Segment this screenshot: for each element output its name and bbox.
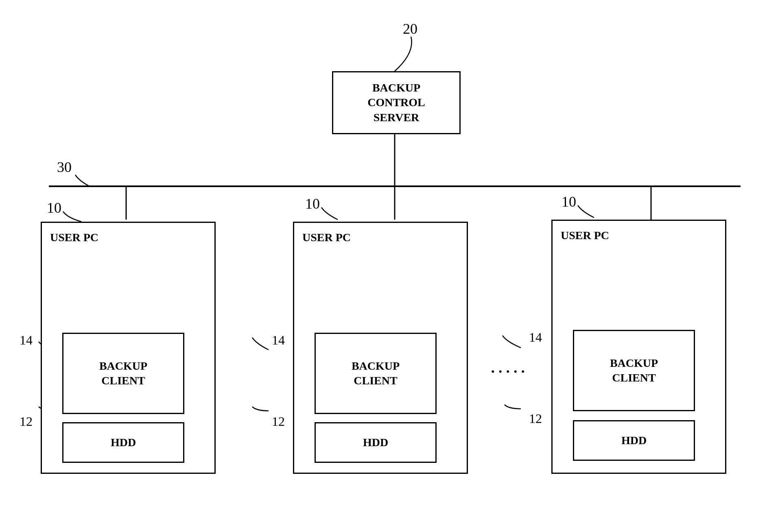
pc3-hdd-box: HDD [573,420,695,461]
pc1-hdd-label: HDD [111,435,136,450]
ref-label-14-pc1: 14 [20,333,33,348]
server-box: BACKUP CONTROL SERVER [332,71,461,134]
ref-label-12-pc1: 12 [20,414,33,429]
pc2-backup-client-box: BACKUP CLIENT [315,333,437,414]
ref-label-10-pc3: 10 [562,193,576,210]
pc3-label: USER PC [561,229,609,242]
pc2-label: USER PC [302,231,351,244]
pc1-backup-client-box: BACKUP CLIENT [62,333,184,414]
ref-label-30: 30 [57,159,72,176]
pc2-backup-client-label: BACKUP CLIENT [352,359,400,388]
ref-label-10-pc2: 10 [305,195,320,212]
ref-label-14-pc2: 14 [272,333,285,348]
ref-label-20: 20 [403,20,417,37]
pc3-hdd-label: HDD [621,433,647,448]
ref-label-10-pc1: 10 [47,199,61,216]
diagram: 20 BACKUP CONTROL SERVER 30 10 USER PC 1… [0,0,767,532]
ref-label-14-pc3: 14 [529,330,542,345]
pc2-box: USER PC 14 BACKUP CLIENT 12 HDD [293,222,468,474]
pc1-hdd-box: HDD [62,422,184,463]
pc1-label: USER PC [50,231,98,244]
pc1-backup-client-label: BACKUP CLIENT [99,359,147,388]
server-box-label: BACKUP CONTROL SERVER [367,81,425,125]
pc3-backup-client-box: BACKUP CLIENT [573,330,695,411]
pc3-backup-client-label: BACKUP CLIENT [610,356,658,386]
ref-label-12-pc3: 12 [529,411,542,426]
ref-label-12-pc2: 12 [272,414,285,429]
ellipsis-dots: ..... [490,354,528,377]
pc2-hdd-box: HDD [315,422,437,463]
pc1-box: USER PC 14 BACKUP CLIENT 12 HDD [41,222,216,474]
pc3-box: USER PC 14 BACKUP CLIENT 12 HDD [551,220,726,474]
pc2-hdd-label: HDD [363,435,388,450]
